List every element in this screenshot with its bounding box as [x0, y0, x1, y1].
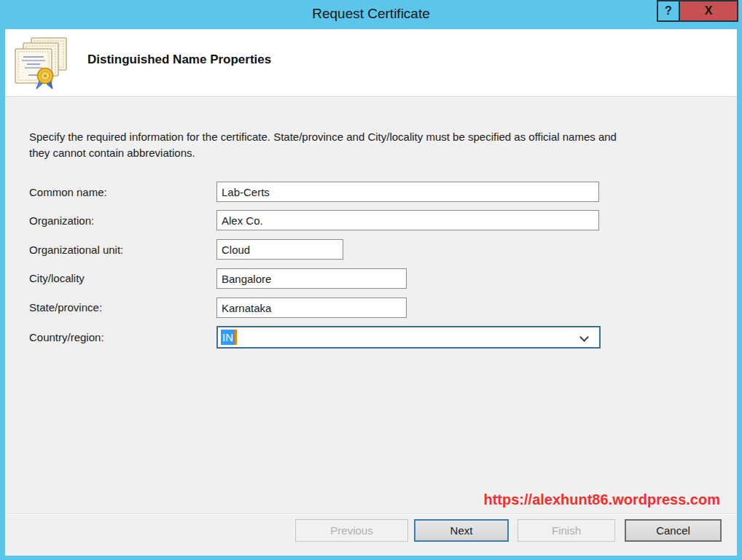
request-certificate-dialog: Request Certificate ? X	[0, 0, 742, 560]
organizational-unit-input[interactable]	[216, 239, 343, 260]
organization-label: Organization:	[29, 214, 94, 227]
window-title: Request Certificate	[0, 0, 742, 29]
dialog-body: Distinguished Name Properties Specify th…	[5, 29, 737, 556]
certificates-stack-icon	[12, 36, 71, 90]
country-region-selected-value: IN	[221, 330, 235, 345]
common-name-label: Common name:	[29, 186, 107, 198]
help-button[interactable]: ?	[657, 0, 680, 22]
chevron-down-icon[interactable]	[579, 332, 589, 342]
organizational-unit-label: Organizational unit:	[29, 244, 123, 256]
button-bar-separator	[5, 513, 737, 515]
wizard-header: Distinguished Name Properties	[5, 29, 737, 97]
city-locality-label: City/locality	[29, 272, 85, 284]
page-title: Distinguished Name Properties	[87, 52, 271, 67]
cancel-button[interactable]: Cancel	[625, 519, 722, 542]
text-caret	[235, 330, 237, 345]
titlebar[interactable]: Request Certificate ? X	[0, 0, 742, 29]
city-locality-input[interactable]	[216, 268, 407, 289]
organization-input[interactable]	[216, 210, 599, 230]
common-name-input[interactable]	[216, 182, 599, 202]
state-province-input[interactable]	[216, 298, 407, 318]
finish-button[interactable]: Finish	[518, 519, 615, 542]
instruction-text: Specify the required information for the…	[29, 129, 640, 161]
state-province-label: State/province:	[29, 301, 102, 314]
watermark-url: https://alexhunt86.wordpress.com	[483, 491, 720, 508]
close-button[interactable]: X	[679, 0, 738, 22]
country-region-combobox[interactable]: IN	[216, 326, 601, 349]
previous-button[interactable]: Previous	[295, 519, 408, 542]
country-region-label: Country/region:	[29, 331, 104, 343]
next-button[interactable]: Next	[414, 519, 509, 542]
